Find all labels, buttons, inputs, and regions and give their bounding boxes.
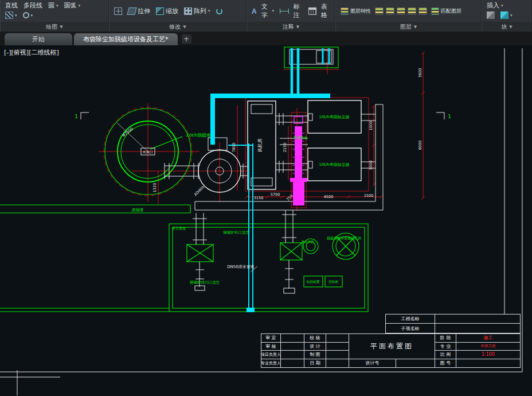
approve-label: 审 定: [261, 334, 281, 343]
array-icon: [184, 7, 192, 15]
drawing-canvas[interactable]: [-][俯视][二维线框]: [0, 45, 532, 396]
panel-title-annotate[interactable]: 注释▼: [247, 22, 335, 32]
project-name-label: 工程名称: [386, 315, 435, 324]
subproject-name-value: [435, 324, 520, 333]
chevron-down-icon: ▾: [31, 13, 33, 18]
hatch-button[interactable]: ▾: [3, 11, 19, 20]
tab-drawing-label: 布袋除尘加脱硫塔设备及工艺*: [83, 35, 169, 44]
text-button[interactable]: A文字▾: [250, 2, 276, 20]
layer-lock-icon[interactable]: [408, 7, 416, 15]
block-icon: [487, 11, 495, 19]
date-value: [326, 359, 349, 368]
major-label: 专 业: [435, 343, 456, 351]
discipline-lead-value: [281, 359, 304, 368]
design-value: [326, 343, 349, 351]
dim-5700: 5700: [271, 192, 280, 197]
layer-properties-label: 图层特性: [350, 7, 371, 15]
ribbon-panel-layers: 图层特性 匹配图层 图层▼: [335, 0, 482, 32]
polyline-label: 多段线: [24, 1, 42, 10]
boiler-drain-flange-label: 接锅炉排污口法兰: [190, 280, 220, 285]
table-button[interactable]: 表格: [307, 2, 332, 20]
chevron-down-icon: ▾: [15, 13, 17, 18]
move-button[interactable]: [112, 7, 124, 15]
panel-title-modify[interactable]: 修改▼: [109, 22, 246, 32]
draft-value: [326, 351, 349, 359]
match-layer-button[interactable]: 匹配图层: [429, 7, 463, 15]
circle-button[interactable]: 圆▾: [46, 1, 60, 10]
draft-label: 制 图: [304, 351, 326, 359]
chevron-down-icon: ▼: [509, 25, 512, 29]
tab-start[interactable]: 开始: [5, 33, 72, 45]
chevron-down-icon: ▾: [501, 3, 503, 8]
table-icon: [308, 7, 316, 15]
block-edit-button[interactable]: ▾: [499, 11, 514, 20]
match-layer-label: 匹配图层: [441, 7, 461, 15]
fan-and-ducts: [165, 47, 383, 210]
check-value: [326, 334, 349, 343]
design-no-value: [396, 359, 435, 368]
dim-2150: 2150: [283, 143, 287, 153]
line-button[interactable]: 直线: [3, 1, 19, 10]
stretch-button[interactable]: 拉伸: [126, 6, 152, 16]
ribbon: 直线 多段线 圆▾ 圆弧▾ ▾ ▾ 绘图▼ 拉伸 缩放 阵列▾: [0, 0, 532, 32]
panel-title-annotate-label: 注释: [283, 23, 294, 31]
block-create-button[interactable]: [485, 11, 496, 20]
dosing-device-label: 加药装置: [306, 280, 319, 284]
layer-freeze-icon[interactable]: [397, 7, 405, 15]
bag-filter-2-label: 10t/h布袋除尘器: [319, 162, 349, 167]
stretch-icon: [127, 7, 136, 15]
layer-properties-button[interactable]: 图层特性: [339, 7, 373, 15]
arc-label: 圆弧: [64, 1, 77, 10]
duct-code-label: AD400: [193, 185, 205, 197]
layer-state-icon[interactable]: [375, 7, 384, 15]
magenta-duct: [290, 117, 307, 205]
scale-icon: [156, 7, 164, 15]
line-label: 直线: [5, 1, 18, 10]
panel-title-draw[interactable]: 绘图▼: [1, 22, 108, 32]
scale-button[interactable]: 缩放: [154, 6, 180, 16]
panel-title-modify-label: 修改: [169, 23, 181, 31]
bag-filter-1-label: 10t/h布袋除尘器: [319, 115, 349, 119]
design-label: 设 计: [304, 343, 326, 351]
panel-title-block[interactable]: 块▼: [482, 22, 531, 32]
title-block: 审 定 校 核 平面布置图 阶 段 施工 审 核 设 计 专 业 环保工程 项目…: [261, 333, 521, 368]
layer-off-icon[interactable]: [418, 7, 427, 15]
dimension-label: 标注: [291, 2, 303, 20]
autocad-window: 直线 多段线 圆▾ 圆弧▾ ▾ ▾ 绘图▼ 拉伸 缩放 阵列▾: [0, 0, 532, 396]
polyline-button[interactable]: 多段线: [22, 1, 44, 10]
dimension-button[interactable]: 标注: [278, 2, 304, 20]
raw-flue-label: 原烟道: [132, 208, 144, 212]
arc-button[interactable]: 圆弧▾: [62, 1, 83, 10]
tab-drawing-active[interactable]: 布袋除尘加脱硫塔设备及工艺*: [74, 33, 178, 45]
match-layer-icon: [431, 7, 439, 15]
insert-block-button[interactable]: 插入▾: [485, 1, 505, 10]
ellipse-button[interactable]: ▾: [21, 11, 35, 19]
chevron-down-icon: ▾: [510, 13, 513, 18]
scale-value: 1:100: [456, 351, 520, 359]
chevron-down-icon: ▾: [79, 3, 81, 8]
dim-3600: 3600: [418, 68, 423, 78]
tab-start-label: 开始: [32, 35, 45, 44]
project-lead-label: 项目负责人: [261, 351, 281, 359]
chevron-down-icon: ▾: [272, 9, 275, 13]
rotate-button[interactable]: [214, 7, 224, 15]
panel-title-layers[interactable]: 图层▼: [336, 22, 481, 32]
red-centerlines: [99, 48, 425, 211]
dim-4500: 4500: [324, 195, 334, 199]
section-marker-right: 1: [448, 114, 451, 119]
chevron-down-icon: ▼: [296, 25, 299, 29]
dim-8000: 8000: [418, 141, 423, 150]
stretch-label: 拉伸: [138, 7, 150, 15]
figure-no-label: 图 号: [435, 359, 456, 368]
circle-label: 圆: [48, 1, 54, 10]
layer-isolate-icon[interactable]: [386, 7, 394, 15]
scale-label: 比 例: [435, 351, 456, 359]
stage-label: 阶 段: [435, 334, 456, 343]
furnace-flange-label: 接烟炉出口法兰: [223, 230, 249, 235]
viewport-controls[interactable]: [-][俯视][二维线框]: [4, 48, 59, 57]
date-label: 日 期: [304, 359, 326, 368]
dim-1500: 1500: [364, 193, 374, 198]
dimension-labels: Φ7200 7800 2150 1320 3150 5700 750 4500 …: [122, 68, 423, 269]
new-tab-button[interactable]: +: [182, 34, 191, 44]
array-button[interactable]: 阵列▾: [182, 6, 212, 16]
